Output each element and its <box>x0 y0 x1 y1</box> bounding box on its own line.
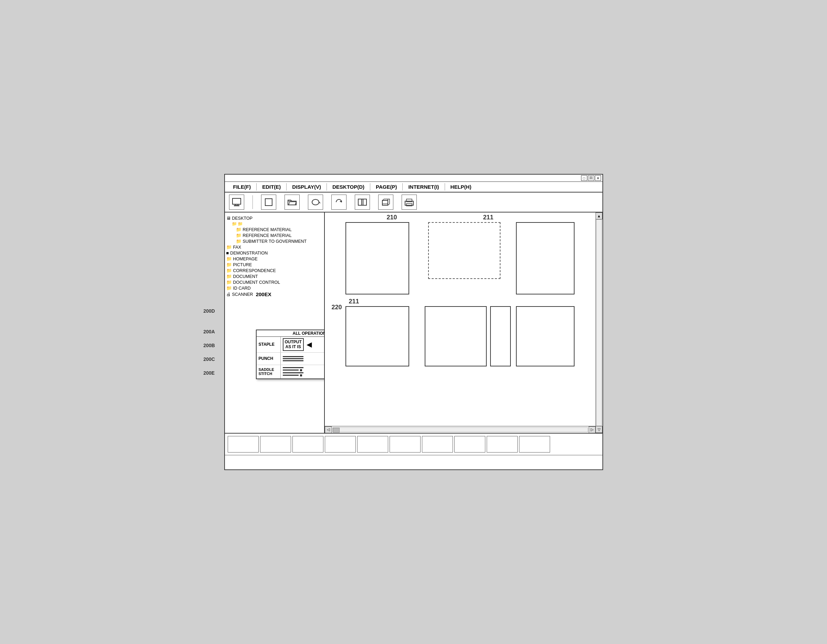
menu-page[interactable]: PAGE(P) <box>370 183 403 190</box>
menu-edit[interactable]: EDIT(E) <box>257 183 287 190</box>
sidebar-picture-label: PICTURE <box>233 262 252 267</box>
toolbar <box>225 192 602 212</box>
menu-file[interactable]: FILE(F) <box>228 183 257 190</box>
sidebar-document[interactable]: 📁 DOCUMENT <box>226 273 323 279</box>
sidebar-demo[interactable]: ■ DEMONSTRATION <box>226 250 323 256</box>
svg-rect-2 <box>234 205 239 206</box>
sidebar-homepage[interactable]: 📁 HOMEPAGE <box>226 256 323 262</box>
punch-lines <box>283 356 303 362</box>
sidebar-ref1[interactable]: 📁 REFERENCE MATERIAL <box>226 227 323 232</box>
taskbar-btn-3[interactable] <box>292 436 323 452</box>
scroll-right-button[interactable]: ▷ <box>589 426 596 433</box>
toolbar-sep-1 <box>253 195 253 209</box>
monitor-icon[interactable] <box>229 195 244 210</box>
scroll-left-button[interactable]: ◁ <box>325 426 332 433</box>
taskbar-btn-10[interactable] <box>519 436 550 452</box>
doc-box-bottom-mid2 <box>490 306 511 366</box>
box3d-icon[interactable] <box>378 195 393 210</box>
sidebar-picture[interactable]: 📁 PICTURE <box>226 262 323 268</box>
folder-icon-id: 📁 <box>226 285 232 291</box>
svg-point-4 <box>312 200 319 205</box>
scanner-icon: 🖨 <box>226 292 231 297</box>
taskbar <box>225 433 602 455</box>
folder-icon-submitter: 📁 <box>236 239 242 244</box>
sidebar-desktop[interactable]: 🖥 DESKTOP <box>226 215 323 221</box>
menu-display[interactable]: DISPLAY(V) <box>287 183 327 190</box>
taskbar-btn-2[interactable] <box>260 436 291 452</box>
main-area: 🖥 DESKTOP 📁 📁 📁 REFERENCE MATERIAL 📁 REF… <box>225 212 602 433</box>
scroll-track-h[interactable] <box>332 427 588 432</box>
popup-row-punch[interactable]: PUNCH <box>257 352 325 365</box>
folder-small-icon2: 📁 <box>238 221 243 226</box>
sidebar-fax-label: FAX <box>233 245 242 249</box>
taskbar-btn-8[interactable] <box>454 436 485 452</box>
taskbar-btn-5[interactable] <box>357 436 388 452</box>
popup-row-saddle[interactable]: SADDLE STITCH <box>257 365 325 379</box>
folder-icon-pic: 📁 <box>226 262 232 267</box>
title-bar: □ 回 ✕ <box>225 175 602 182</box>
pages-icon[interactable] <box>355 195 370 210</box>
taskbar-btn-6[interactable] <box>390 436 421 452</box>
print-icon[interactable] <box>402 195 417 210</box>
sidebar: 🖥 DESKTOP 📁 📁 📁 REFERENCE MATERIAL 📁 REF… <box>225 212 325 433</box>
sidebar-correspondence-label: CORRESPONDENCE <box>233 268 276 273</box>
folder-open-icon[interactable] <box>284 195 300 210</box>
minimize-button[interactable]: □ <box>581 175 587 181</box>
sidebar-fax[interactable]: 📁 FAX <box>226 244 323 250</box>
scroll-up-button[interactable]: ▲ <box>596 212 602 219</box>
doc-box-211-dashed <box>428 222 501 279</box>
saddle-lines <box>283 366 303 377</box>
content-inner: 210 211 211 220 <box>325 212 596 426</box>
taskbar-btn-9[interactable] <box>487 436 518 452</box>
sidebar-scanner[interactable]: 🖨 SCANNER 200EX <box>226 291 323 298</box>
label-211-top: 211 <box>483 214 493 221</box>
taskbar-btn-1[interactable] <box>228 436 259 452</box>
folder-icon-fax: 📁 <box>226 245 232 249</box>
sidebar-ref2-label: REFERENCE MATERIAL <box>243 233 292 238</box>
sidebar-idcard[interactable]: 📁 ID CARD <box>226 285 323 291</box>
pen-icon[interactable] <box>308 195 323 210</box>
svg-rect-8 <box>362 199 367 205</box>
saddle-line-2 <box>283 370 299 371</box>
refresh-icon[interactable] <box>331 195 346 210</box>
taskbar-btn-7[interactable] <box>422 436 453 452</box>
sidebar-doccontrol-label: DOCUMENT CONTROL <box>233 280 280 285</box>
close-button[interactable]: ✕ <box>595 175 601 181</box>
square-icon[interactable] <box>261 195 276 210</box>
punch-line-1 <box>283 356 303 357</box>
sidebar-idcard-label: ID CARD <box>233 286 251 291</box>
label-211-mid: 211 <box>349 298 359 305</box>
punch-line-3 <box>283 360 303 361</box>
popup-header: ALL OPERATIONS <box>257 330 325 337</box>
sidebar-ref2[interactable]: 📁 REFERENCE MATERIAL <box>226 232 323 238</box>
maximize-button[interactable]: 回 <box>588 175 594 181</box>
content-area: ▲ ▽ ◁ ▷ 210 211 <box>325 212 602 433</box>
svg-rect-9 <box>382 200 388 205</box>
menu-internet[interactable]: INTERNET(I) <box>403 183 445 190</box>
punch-line-2 <box>283 358 303 359</box>
folder-icon-doc: 📁 <box>226 274 232 279</box>
svg-rect-7 <box>358 199 363 205</box>
scroll-down-button[interactable]: ▽ <box>596 426 602 433</box>
scroll-track-right[interactable] <box>596 219 602 426</box>
label-200d: 200D <box>204 308 215 314</box>
popup-row-staple[interactable]: STAPLE OUTPUTAS IT IS ◀ <box>257 337 325 352</box>
output-as-it-is-box[interactable]: OUTPUTAS IT IS <box>283 338 304 351</box>
sidebar-ref1-label: REFERENCE MATERIAL <box>243 227 292 232</box>
scrollbar-right: ▲ ▽ <box>596 212 602 433</box>
svg-line-5 <box>319 202 320 203</box>
sidebar-submitter[interactable]: 📁 SUBMITTER TO GOVERNMENT <box>226 238 323 244</box>
menu-desktop[interactable]: DESKTOP(D) <box>327 183 370 190</box>
taskbar-btn-4[interactable] <box>325 436 356 452</box>
menu-help[interactable]: HELP(H) <box>445 183 477 190</box>
scrollbar-bottom: ◁ ▷ <box>325 426 596 433</box>
popup-menu: ALL OPERATIONS STAPLE OUTPUTAS IT IS ◀ <box>256 330 325 379</box>
saddle-dot-row2 <box>283 374 303 376</box>
sidebar-doccontrol[interactable]: 📁 DOCUMENT CONTROL <box>226 279 323 285</box>
main-window: □ 回 ✕ FILE(F) EDIT(E) DISPLAY(V) DESKTOP… <box>224 174 603 470</box>
svg-rect-0 <box>232 198 241 204</box>
folder-icon-ref1: 📁 <box>236 227 242 232</box>
desktop-icon: 🖥 <box>226 215 231 221</box>
label-200a: 200A <box>204 329 215 334</box>
sidebar-correspondence[interactable]: 📁 CORRESPONDENCE <box>226 268 323 273</box>
